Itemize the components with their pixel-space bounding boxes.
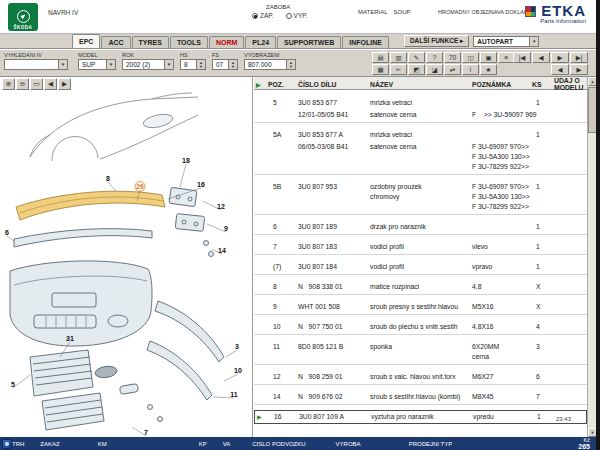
zoom-in-button[interactable]: ⊕ (2, 78, 15, 90)
spinner-arrows-icon[interactable]: ▲▼ (196, 60, 205, 69)
callout-11[interactable]: 11 (230, 391, 238, 398)
part-screws[interactable] (148, 405, 163, 422)
image-next-button[interactable]: ▶ (58, 78, 71, 90)
nav-menu-item[interactable]: NAVRH IV (48, 9, 78, 16)
part-brackets[interactable] (169, 187, 213, 256)
tab-supportweb[interactable]: SUPPORTWEB (277, 36, 341, 48)
callout-6[interactable]: 6 (5, 229, 9, 236)
chevron-down-icon[interactable]: ▼ (58, 60, 67, 69)
column-header-5: ÚDAJ O MODELU (554, 77, 587, 91)
fs-label: FS (212, 52, 238, 58)
window-button[interactable]: ◫ (462, 52, 479, 63)
table-row[interactable]: 53U0 853 677mrizka vetraci1 (254, 97, 587, 109)
spinner-arrows-icon[interactable]: ▲▼ (286, 60, 295, 69)
table-row[interactable]: 12N 908 259 01sroub s valc. hlavou vnit.… (254, 371, 587, 385)
price-field: Kč 265 (578, 438, 590, 449)
shade-alt-button[interactable]: ◪ (426, 64, 443, 75)
spinner-arrows-icon[interactable]: ▲▼ (228, 60, 237, 69)
vyobrazeni-stepper[interactable]: 807.000▲▼ (244, 59, 296, 70)
bulk-order-doc-label[interactable]: HROMADNY OBJEDNAVA DOKLAD (438, 9, 528, 15)
edit-button[interactable]: ✎ (408, 52, 425, 63)
app-taskbar-icon[interactable] (2, 439, 12, 449)
autopart-select[interactable]: AUTOPART▼ (473, 36, 539, 47)
table-row[interactable]: 14N 909 676 02sroub s sestihr.hlavou (ko… (254, 391, 587, 405)
tab-epc[interactable]: EPC (72, 34, 100, 48)
model-select[interactable]: SUP▼ (78, 59, 116, 70)
image-prev-button[interactable]: ◀ (44, 78, 57, 90)
tab-pl24[interactable]: PL24 (245, 36, 276, 48)
callout-18[interactable]: 18 (182, 157, 190, 164)
radio-off-icon[interactable] (286, 13, 292, 19)
table-row[interactable]: 06/05-03/08 B41satenove cernaF 3U-69097 … (254, 141, 587, 175)
rok-select[interactable]: 2002 (2)▼ (122, 59, 174, 70)
screen-edge (596, 0, 600, 450)
callout-7[interactable]: 7 (144, 429, 148, 436)
radio-zap[interactable]: ZAP. (252, 12, 274, 19)
prev-page-button[interactable]: ◀ (532, 52, 550, 63)
favorites-button[interactable]: ★ (480, 64, 497, 75)
table-row[interactable]: 63U0 807 189drzak pro naraznik1 (254, 221, 587, 235)
table-row[interactable]: (7)3U0 807 184vodici profilvpravo1 (254, 261, 587, 275)
table-row[interactable]: ▶163U0 807 109 Avyztuha pro naraznikvpre… (254, 410, 587, 424)
chevron-down-icon[interactable]: ▼ (106, 60, 115, 69)
radio-on-icon[interactable] (252, 13, 258, 19)
drawing-pane: ⊕⊖▭◀▶ (0, 77, 253, 437)
hs-stepper[interactable]: 8▲▼ (180, 59, 206, 70)
table-scrollbar[interactable]: ▲ ▼ (587, 77, 596, 437)
next-image-button[interactable]: ▶ (570, 64, 588, 75)
dalsi-funkce-button[interactable]: DALŠÍ FUNKCE ▸ (404, 35, 469, 47)
help-button[interactable]: ? (426, 52, 443, 63)
table-row[interactable]: 10N 907 750 01sroub do plechu s vnitr.se… (254, 321, 587, 335)
swap-button[interactable]: ⇄ (444, 64, 461, 75)
radio-vyp[interactable]: VYP. (286, 12, 308, 19)
selection-button[interactable]: ▣ (480, 52, 497, 63)
part-grilles[interactable] (30, 350, 139, 430)
first-page-button[interactable]: |◀ (513, 52, 531, 63)
scale-70-button[interactable]: 70 (444, 52, 461, 63)
clock: 23:43 (556, 416, 571, 422)
chevron-down-icon[interactable]: ▼ (529, 37, 538, 46)
table-row[interactable]: 73U0 807 183vodici profilvlevo1 (254, 241, 587, 255)
part-strips-7[interactable] (147, 301, 224, 400)
part-beam-16[interactable] (16, 191, 165, 220)
prev-image-button[interactable]: ◀ (551, 64, 569, 75)
tab-tools[interactable]: TOOLS (170, 36, 208, 48)
table-row[interactable]: 8N 908 338 01matice rozpinaci4,8X (254, 281, 587, 295)
callout-9[interactable]: 9 (224, 225, 228, 232)
callout-3[interactable]: 3 (235, 343, 239, 350)
fs-stepper[interactable]: 07▲▼ (212, 59, 238, 70)
grid-button[interactable]: ▦ (372, 64, 389, 75)
info-button[interactable]: i (462, 64, 479, 75)
callout-12[interactable]: 12 (217, 203, 225, 210)
zoom-out-button[interactable]: ⊖ (16, 78, 29, 90)
tab-acc[interactable]: ACC (101, 36, 130, 48)
print-button[interactable]: ▤ (372, 52, 389, 63)
cut-button[interactable]: ✂ (390, 64, 407, 75)
tab-tyres[interactable]: TYRES (132, 36, 169, 48)
callout-31[interactable]: 31 (66, 335, 74, 342)
callout-14[interactable]: 14 (218, 247, 226, 254)
table-row[interactable]: 5A3U0 853 677 Amrizka vetraci1 (254, 129, 587, 141)
chevron-down-icon[interactable]: ▼ (164, 60, 173, 69)
vyhledani-select[interactable]: ▼ (4, 59, 68, 70)
part-bumper-cover[interactable] (10, 261, 152, 346)
table-row[interactable]: 5B3U0 807 953ozdobny prouzekchromovyF 3U… (254, 181, 587, 215)
print-list-button[interactable]: ▥ (390, 52, 407, 63)
tab-norm[interactable]: NORM (209, 36, 244, 48)
table-row[interactable]: 9WHT 001 508sroub presny s sestihr.hlavo… (254, 301, 587, 315)
last-page-button[interactable]: ▶| (570, 52, 588, 63)
zoom-window-button[interactable]: ▭ (30, 78, 43, 90)
tab-infoline[interactable]: INFOLINE (342, 36, 389, 48)
table-row[interactable]: 118D0 805 121 Bsponka6X20MMcerna3 (254, 341, 587, 365)
callout-8[interactable]: 8 (106, 175, 110, 182)
callout-26[interactable]: 26 (136, 183, 144, 190)
callout-5[interactable]: 5 (11, 381, 15, 388)
table-row[interactable]: 12/01-05/05 B41satenove cernaF >> 3U-590… (254, 109, 587, 123)
parts-table-header: ▶POZ.ČÍSLO DÍLUNÁZEVPOZNÁMKAKSÚDAJ O MOD… (254, 77, 587, 90)
part-strip-6[interactable] (14, 229, 152, 247)
next-page-button[interactable]: ▶ (551, 52, 569, 63)
callout-16[interactable]: 16 (197, 181, 205, 188)
parts-table: ▶POZ.ČÍSLO DÍLUNÁZEVPOZNÁMKAKSÚDAJ O MOD… (254, 77, 587, 437)
callout-10[interactable]: 10 (234, 367, 242, 374)
shade-button[interactable]: ◩ (408, 64, 425, 75)
